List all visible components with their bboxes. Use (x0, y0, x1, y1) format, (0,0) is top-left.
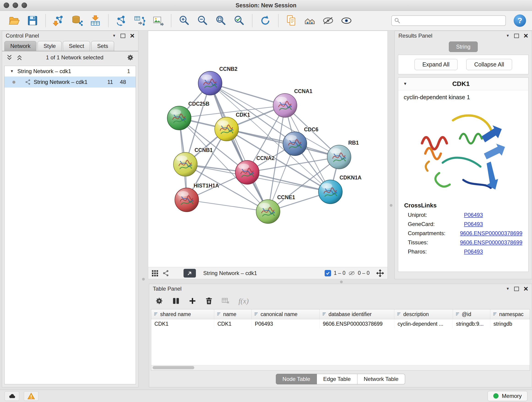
panel-menu-icon[interactable]: ▼ (112, 34, 116, 38)
column-header[interactable]: @id (453, 309, 490, 319)
collapse-section-icon[interactable]: ▼ (403, 82, 424, 86)
warnings-button[interactable] (24, 391, 38, 401)
tab-network[interactable]: Network (4, 41, 36, 51)
left-splitter-handle[interactable] (142, 278, 145, 281)
zoom-out-button[interactable] (194, 13, 211, 29)
delete-column-button[interactable] (205, 297, 213, 305)
table-cell[interactable]: stringdb:9... (453, 319, 490, 328)
network-edge-HIST1H1A-CCNE1[interactable] (187, 200, 268, 211)
open-session-button[interactable] (6, 13, 22, 29)
network-node-CDKN1A[interactable] (318, 180, 342, 204)
tab-style[interactable]: Style (38, 41, 62, 51)
home-button[interactable] (302, 13, 318, 29)
horizontal-scrollbar[interactable] (151, 365, 530, 370)
column-header[interactable]: description (394, 309, 453, 319)
network-node-CDK1[interactable] (215, 117, 239, 141)
save-session-button[interactable] (24, 13, 41, 29)
panel-menu-icon[interactable]: ▼ (506, 287, 510, 291)
column-header[interactable]: name (214, 309, 252, 319)
network-node-CCNA1[interactable] (273, 94, 297, 117)
tab-string[interactable]: String (449, 41, 478, 52)
panel-float-icon[interactable] (514, 34, 519, 38)
expand-all-button[interactable]: Expand All (414, 59, 457, 70)
network-node-RB1[interactable] (327, 145, 351, 169)
network-edge-CCNB2-CCNE1[interactable] (210, 83, 268, 211)
panel-close-icon[interactable]: × (130, 32, 134, 39)
show-glyphs-button[interactable] (338, 13, 355, 29)
help-button[interactable]: ? (514, 14, 526, 27)
protein-structure-image[interactable] (415, 104, 511, 200)
birdseye-toggle-button[interactable] (376, 269, 384, 277)
network-node-CCNB2[interactable] (198, 71, 222, 95)
panel-float-icon[interactable] (120, 34, 125, 38)
show-columns-button[interactable] (172, 297, 180, 305)
network-row-selected[interactable]: String Network – cdk1 11 48 (5, 77, 136, 88)
new-network-button[interactable] (113, 13, 130, 29)
table-cell[interactable]: P06493 (252, 319, 320, 328)
collapse-all-networks-button[interactable] (6, 54, 13, 61)
crosslink-link[interactable]: 9606.ENSP00000378699 (460, 239, 522, 246)
crosslink-link[interactable]: 9606.ENSP00000378699 (460, 230, 522, 236)
import-network-file-button[interactable] (51, 13, 67, 29)
table-cell[interactable]: CDK1 (214, 319, 252, 328)
protein-card-header[interactable]: ▼ CDK1 (398, 78, 528, 90)
zoom-in-button[interactable] (176, 13, 192, 29)
cloud-status-button[interactable] (5, 391, 19, 401)
crosslink-link[interactable]: P06493 (464, 221, 483, 227)
table-options-button[interactable] (155, 297, 163, 305)
zoom-selected-button[interactable] (231, 13, 247, 29)
search-input[interactable] (391, 15, 506, 26)
copy-document-button[interactable] (283, 13, 300, 29)
crosslink-link[interactable]: P06493 (464, 212, 483, 218)
column-header[interactable]: canonical name (252, 309, 320, 319)
scrollbar-thumb[interactable] (152, 366, 194, 369)
column-header[interactable]: namespac (490, 309, 530, 319)
horizontal-splitter-handle[interactable] (340, 281, 343, 283)
column-header[interactable]: shared name (151, 309, 214, 319)
expand-all-networks-button[interactable] (16, 54, 23, 61)
network-from-table-button[interactable] (132, 13, 148, 29)
import-network-database-button[interactable] (69, 13, 85, 29)
tab-edge-table[interactable]: Edge Table (317, 374, 357, 384)
tab-node-table[interactable]: Node Table (276, 374, 317, 384)
hidden-indicator-icon[interactable] (348, 270, 355, 277)
selected-indicator-icon[interactable] (325, 270, 331, 276)
panel-close-icon[interactable]: × (524, 32, 528, 39)
panel-float-icon[interactable] (514, 287, 519, 291)
table-row[interactable]: CDK1 CDK1 P06493 9606.ENSP00000378699 cy… (151, 319, 530, 328)
network-node-CCNB1[interactable] (173, 153, 197, 176)
network-node-HIST1H1A[interactable] (175, 188, 199, 212)
network-canvas[interactable]: CCNB2CCNA1CDC25BCDK1CDC6RB1CCNB1CCNA2CDK… (148, 31, 387, 267)
tab-sets[interactable]: Sets (91, 41, 114, 51)
network-view-button[interactable] (162, 270, 169, 277)
zoom-fit-button[interactable] (213, 13, 229, 29)
collection-expand-icon[interactable]: ▼ (10, 69, 14, 73)
network-node-CCNA2[interactable] (235, 160, 259, 184)
table-cell[interactable]: stringdb (490, 319, 530, 328)
panel-menu-icon[interactable]: ▼ (506, 34, 510, 38)
tab-select[interactable]: Select (63, 41, 90, 51)
column-header[interactable]: database identifier (320, 309, 394, 319)
create-column-button[interactable] (189, 297, 196, 305)
import-table-button[interactable] (87, 13, 104, 29)
network-collection-row[interactable]: ▼ String Network – cdk1 1 (5, 66, 136, 77)
refresh-button[interactable] (257, 13, 273, 29)
clear-table-button[interactable] (222, 297, 230, 305)
network-options-button[interactable] (127, 54, 134, 61)
table-cell[interactable]: CDK1 (151, 319, 214, 328)
collapse-all-button[interactable]: Collapse All (466, 59, 512, 70)
export-image-button[interactable] (150, 13, 166, 29)
network-node-CDC25B[interactable] (167, 106, 191, 130)
table-cell[interactable]: 9606.ENSP00000378699 (320, 319, 394, 328)
hide-glyphs-button[interactable] (320, 13, 336, 29)
panel-close-icon[interactable]: × (524, 286, 528, 292)
table-cell[interactable]: cyclin-dependent ... (394, 319, 453, 328)
grid-view-button[interactable] (152, 270, 158, 277)
tab-network-table[interactable]: Network Table (357, 374, 405, 384)
function-builder-button[interactable]: f(x) (239, 297, 249, 305)
network-node-CDC6[interactable] (283, 132, 307, 156)
network-node-CCNE1[interactable] (256, 200, 280, 223)
detach-view-button[interactable] (184, 269, 196, 278)
vertical-splitter-handle[interactable] (390, 204, 393, 207)
memory-button[interactable]: Memory (488, 391, 527, 401)
